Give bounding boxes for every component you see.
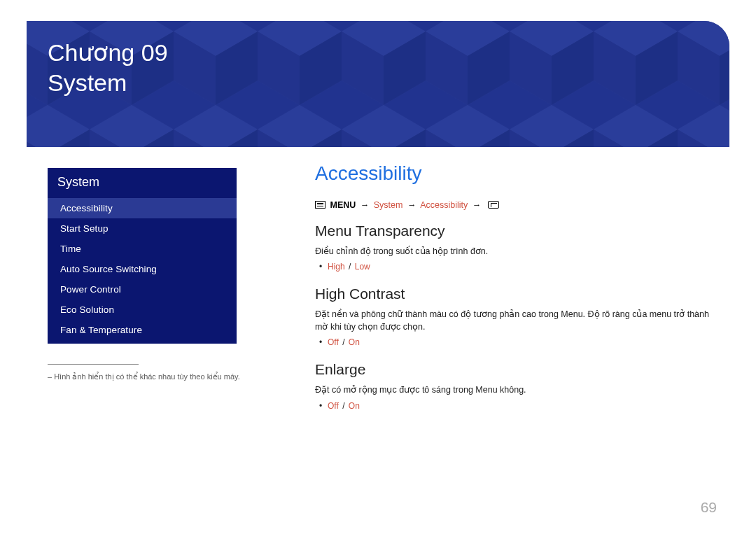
sidebar-item-power-control[interactable]: Power Control — [48, 279, 237, 300]
section-body: Đặt có mở rộng mục được tô sáng trong Me… — [315, 384, 715, 396]
menu-icon — [315, 201, 326, 209]
option-value: On — [349, 401, 360, 411]
sidebar-item-label: Accessibility — [60, 203, 113, 213]
option-value: Off — [328, 401, 339, 411]
page-title: Accessibility — [315, 162, 715, 185]
main-content: Accessibility MENU → System → Accessibil… — [315, 162, 715, 425]
option-value: High — [328, 262, 345, 272]
sidebar-menu: System Accessibility Start Setup Time Au… — [48, 168, 237, 344]
menu-path: MENU → System → Accessibility → — [315, 200, 715, 210]
option-item: Off / On — [328, 337, 715, 347]
arrow-icon: → — [405, 200, 419, 210]
section-body: Đặt nền và phông chữ thành màu có độ tươ… — [315, 308, 715, 333]
section-enlarge: Enlarge Đặt có mở rộng mục được tô sáng … — [315, 361, 715, 410]
option-item: High / Low — [328, 262, 715, 272]
sidebar-item-label: Power Control — [60, 284, 121, 295]
enter-icon — [488, 201, 499, 209]
option-separator: / — [341, 337, 349, 347]
sidebar-item-fan-and-temperature[interactable]: Fan & Temperature — [48, 320, 237, 344]
arrow-icon: → — [358, 200, 372, 210]
section-heading: High Contrast — [315, 286, 715, 302]
option-value: Off — [328, 337, 339, 347]
option-separator: / — [341, 401, 349, 411]
footnote-text: – Hình ảnh hiển thị có thể khác nhau tùy… — [48, 372, 258, 381]
sidebar-item-label: Auto Source Switching — [60, 264, 157, 274]
sidebar-item-time[interactable]: Time — [48, 239, 237, 259]
manual-page: Chương 09 System System Accessibility St… — [0, 0, 756, 534]
sidebar-item-eco-solution[interactable]: Eco Solution — [48, 300, 237, 320]
option-list: Off / On — [315, 401, 715, 411]
sidebar-title: System — [48, 168, 237, 198]
sidebar-item-label: Eco Solution — [60, 304, 114, 315]
option-list: High / Low — [315, 262, 715, 272]
page-number: 69 — [701, 499, 717, 516]
sidebar-item-label: Fan & Temperature — [60, 325, 142, 335]
sidebar-item-label: Time — [60, 244, 81, 254]
sidebar-item-accessibility[interactable]: Accessibility — [48, 198, 237, 218]
option-separator: / — [347, 262, 355, 272]
sidebar-item-start-setup[interactable]: Start Setup — [48, 218, 237, 239]
chapter-name: System — [48, 68, 168, 98]
option-item: Off / On — [328, 401, 715, 411]
section-menu-transparency: Menu Transparency Điều chỉnh độ trong su… — [315, 223, 715, 272]
path-segment-accessibility: Accessibility — [420, 200, 468, 210]
section-heading: Enlarge — [315, 361, 715, 378]
option-value: On — [349, 337, 360, 347]
footnote-divider — [48, 364, 139, 365]
option-list: Off / On — [315, 337, 715, 347]
path-segment-system: System — [374, 200, 403, 210]
chapter-banner: Chương 09 System — [27, 21, 729, 147]
arrow-icon: → — [470, 200, 484, 210]
chapter-number: Chương 09 — [48, 38, 168, 68]
chapter-title: Chương 09 System — [48, 38, 168, 97]
section-heading: Menu Transparency — [315, 223, 715, 239]
sidebar-item-auto-source-switching[interactable]: Auto Source Switching — [48, 259, 237, 279]
section-high-contrast: High Contrast Đặt nền và phông chữ thành… — [315, 286, 715, 347]
path-menu-word: MENU — [330, 200, 356, 210]
sidebar-item-label: Start Setup — [60, 223, 108, 234]
option-value: Low — [355, 262, 370, 272]
section-body: Điều chỉnh độ trong suốt của hộp trình đ… — [315, 245, 715, 258]
